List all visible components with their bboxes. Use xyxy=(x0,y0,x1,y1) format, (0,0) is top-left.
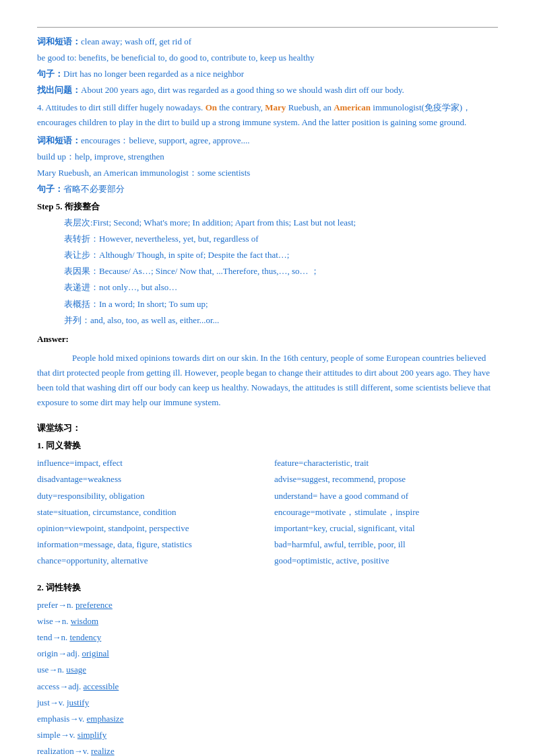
juzi1-line: 句子：Dirt has no longer been regarded as a… xyxy=(37,67,498,81)
syn-l6: information=message, data, figure, stati… xyxy=(37,537,261,552)
cihe3-build-line: build up：help, improve, strengthen xyxy=(37,149,498,164)
answer-label: Answer: xyxy=(37,332,498,347)
step5-text: Step 5. 衔接整合 xyxy=(37,201,100,211)
cihe3-label: 词和短语： xyxy=(37,135,81,145)
cihe3-mary: Mary Ruebush, an American immunologist：s… xyxy=(37,168,250,178)
conversion-section-title: 2. 词性转换 xyxy=(37,580,498,595)
conv-9: simple→v. simplify xyxy=(37,728,498,743)
synonym-title-text: 1. 同义替换 xyxy=(37,440,81,450)
syn-l3: duty=responsibility, obligation xyxy=(37,489,261,504)
conv-4: origin→adj. original xyxy=(37,646,498,661)
syn-r3: understand= have a good command of xyxy=(274,489,498,504)
cihe1-label: 词和短语： xyxy=(37,36,81,46)
syn-r1: feature=characteristic, trait xyxy=(274,456,498,471)
juzi1-content: Dirt has no longer been regarded as a ni… xyxy=(63,69,244,79)
para4-ruebush: Ruebush, an xyxy=(288,102,334,112)
answer-label-text: Answer: xyxy=(37,334,69,344)
cihe1-content: clean away; wash off, get rid of xyxy=(81,36,191,46)
syn-r4: encourage=motivate，stimulate，inspire xyxy=(274,505,498,520)
syn-l4: state=situation, circumstance, condition xyxy=(37,505,261,520)
synonym-columns: influence=impact, effect disadvantage=we… xyxy=(37,456,498,570)
cihe2-line: be good to: benefits, be beneficial to, … xyxy=(37,50,498,65)
conv-10: realization→v. realize xyxy=(37,744,498,756)
conv-6: access→adj. accessible xyxy=(37,679,498,694)
step5-title: Step 5. 衔接整合 xyxy=(37,199,498,214)
syn-r5: important=key, crucial, significant, vit… xyxy=(274,521,498,536)
answer-content: People hold mixed opinions towards dirt … xyxy=(37,353,491,407)
step5-item-5: 表递进：not only…, but also… xyxy=(64,280,498,295)
conv-7: just→v. justify xyxy=(37,695,498,710)
page-container: 词和短语：clean away; wash off, get rid of be… xyxy=(37,27,498,756)
juzi2-label: 句子： xyxy=(37,184,63,194)
conversion-title-text: 2. 词性转换 xyxy=(37,582,81,592)
synonym-section-title: 1. 同义替换 xyxy=(37,438,498,453)
cihe3-build: build up：help, improve, strengthen xyxy=(37,151,164,162)
conv-1: prefer→n. preference xyxy=(37,598,498,613)
answer-text: People hold mixed opinions towards dirt … xyxy=(37,351,498,410)
para4: 4. Attitudes to dirt still differ hugely… xyxy=(37,100,498,130)
juzi2-line: 句子：省略不必要部分 xyxy=(37,182,498,197)
syn-r6: bad=harmful, awful, terrible, poor, ill xyxy=(274,537,498,552)
syn-r2: advise=suggest, recommend, propose xyxy=(274,472,498,487)
cihe3-encourages: encourages：believe, support, agree, appr… xyxy=(81,135,250,145)
synonym-left-col: influence=impact, effect disadvantage=we… xyxy=(37,456,261,570)
zhao-label: 找出问题： xyxy=(37,85,81,95)
para4-on: On xyxy=(206,102,220,112)
para4-mary: Mary xyxy=(265,102,288,112)
step5-item-4: 表因果：Because/ As…; Since/ Now that, ...Th… xyxy=(64,264,498,279)
para4-contrary: contrary, xyxy=(232,102,265,112)
conv-2: wise→n. wisdom xyxy=(37,614,498,629)
ketang-title: 课堂练习： xyxy=(37,421,498,436)
conv-8: emphasis→v. emphasize xyxy=(37,712,498,726)
step5-item-6: 表概括：In a word; In short; To sum up; xyxy=(64,297,498,312)
juzi2-content: 省略不必要部分 xyxy=(63,184,125,194)
cihe2-content: be good to: benefits, be beneficial to, … xyxy=(37,53,315,63)
step5-item-2: 表转折：However, nevertheless, yet, but, reg… xyxy=(64,232,498,246)
answer-block: People hold mixed opinions towards dirt … xyxy=(37,351,498,410)
conversion-list: prefer→n. preference wise→n. wisdom tend… xyxy=(37,598,498,756)
syn-l1: influence=impact, effect xyxy=(37,456,261,471)
step5-items-container: 表层次:First; Second; What's more; In addit… xyxy=(37,215,498,328)
zhao-line: 找出问题：About 200 years ago, dirt was regar… xyxy=(37,83,498,98)
cihe3-mary-line: Mary Ruebush, an American immunologist：s… xyxy=(37,166,498,180)
syn-l2: disadvantage=weakness xyxy=(37,472,261,487)
cihe1-line: 词和短语：clean away; wash off, get rid of xyxy=(37,34,498,49)
step5-item-3: 表让步：Although/ Though, in spite of; Despi… xyxy=(64,248,498,263)
cihe3-label-line: 词和短语：encourages：believe, support, agree,… xyxy=(37,133,498,148)
conv-3: tend→n. tendency xyxy=(37,630,498,645)
syn-l7: chance=opportunity, alternative xyxy=(37,553,261,568)
ketang-title-text: 课堂练习： xyxy=(37,423,81,433)
syn-l5: opinion=viewpoint, standpoint, perspecti… xyxy=(37,521,261,536)
synonym-right-col: feature=characteristic, trait advise=sug… xyxy=(274,456,498,570)
top-divider xyxy=(37,27,498,28)
step5-item-1: 表层次:First; Second; What's more; In addit… xyxy=(64,215,498,230)
para4-the: the xyxy=(219,102,232,112)
syn-r7: good=optimistic, active, positive xyxy=(274,553,498,568)
conv-5: use→n. usage xyxy=(37,662,498,677)
para4-text: 4. Attitudes to dirt still differ hugely… xyxy=(37,102,206,112)
juzi1-label: 句子： xyxy=(37,69,63,79)
step5-item-7: 并列：and, also, too, as well as, either...… xyxy=(64,313,498,328)
para4-american: American xyxy=(334,102,371,112)
zhao-content: About 200 years ago, dirt was regarded a… xyxy=(81,85,404,95)
